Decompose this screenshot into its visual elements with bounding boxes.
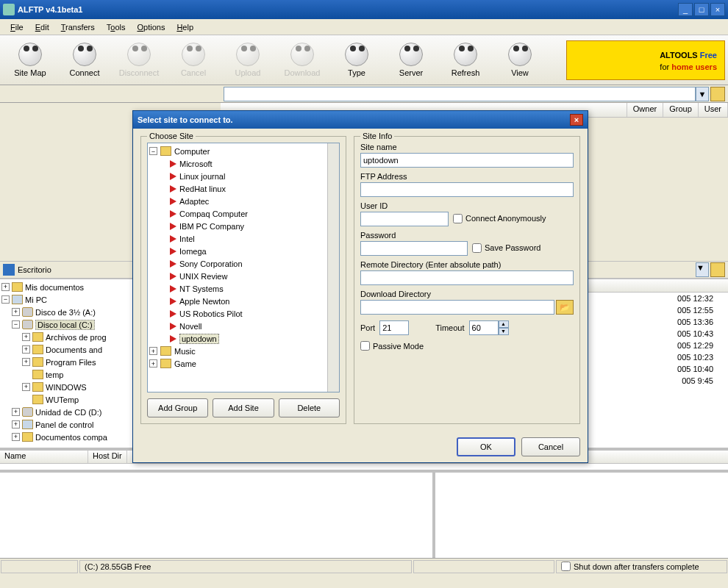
selected-drive: Disco local (C:) [35,320,95,330]
ad-banner[interactable]: ALTOOLS Free for home users [566,40,725,80]
delete-button[interactable]: Delete [279,398,340,417]
sitename-label: Site name [360,143,574,151]
browse-folder-button[interactable]: 📂 [556,300,574,315]
view-icon [508,43,532,66]
passive-checkbox[interactable] [360,341,370,351]
port-label: Port [360,323,375,332]
userid-input[interactable] [360,212,449,226]
savepw-checkbox[interactable] [472,243,482,253]
col-user[interactable]: User [699,103,728,117]
sitemap-icon [18,43,42,66]
remote-address-input[interactable] [224,87,696,101]
local-tree[interactable]: +Mis documentos −Mi PC +Disco de 3½ (A:)… [0,279,140,448]
anonymous-checkbox[interactable] [453,214,463,223]
dialog-titlebar: Select site to connect to. × [133,111,588,129]
menubar: File Edit Transfers Tools Options Help [0,19,728,35]
menu-file[interactable]: File [4,21,29,33]
site-item[interactable]: Novell [149,320,338,332]
view-button[interactable]: View [493,39,546,82]
site-item[interactable]: UNIX Review [149,270,338,282]
site-item[interactable]: Apple Newton [149,295,338,307]
dialog-cancel-button[interactable]: Cancel [521,437,580,456]
close-button[interactable]: × [710,3,725,16]
log-pane [0,470,728,558]
sitemap-button[interactable]: Site Map [4,39,57,82]
spin-up[interactable]: ▲ [499,320,509,328]
window-title: ALFTP v4.1beta1 [18,5,677,14]
disconnect-icon [127,43,151,66]
folder-up-icon[interactable] [710,87,725,101]
type-icon [345,43,368,66]
shutdown-label: Shut down after transfers complete [574,562,699,571]
connect-dialog: Select site to connect to. × Choose Site… [132,110,588,463]
dialog-title: Select site to connect to. [138,115,233,124]
splitter[interactable] [432,473,435,558]
disconnect-button: Disconnect [113,39,165,82]
site-item[interactable]: Intel [149,232,338,245]
site-item[interactable]: Linux journal [149,170,338,182]
statusbar: (C:) 28.55GB Free Shut down after transf… [0,558,728,574]
status-disk: (C:) 28.55GB Free [79,560,412,573]
timeout-input[interactable] [469,320,499,335]
port-input[interactable] [379,320,409,335]
ok-button[interactable]: OK [457,437,515,456]
download-button: Download [276,39,329,82]
scrollbar[interactable] [327,143,339,392]
site-item[interactable]: uptodown [149,332,338,345]
menu-transfers[interactable]: Transfers [55,21,101,33]
remote-directory-input[interactable] [360,270,574,285]
refresh-button[interactable]: Refresh [439,39,492,82]
local-folder-up-icon[interactable] [710,262,725,277]
shutdown-checkbox[interactable] [561,562,571,571]
site-item[interactable]: Adaptec [149,195,338,207]
site-item[interactable]: US Robotics Pilot [149,307,338,320]
site-info-group: Site Info Site name FTP Address User ID … [354,136,580,424]
local-address-dropdown[interactable]: ▼ [696,262,709,277]
desktop-icon [3,264,15,276]
xfer-col-hostdir[interactable]: Host Dir [88,451,127,463]
site-item[interactable]: NT Systems [149,282,338,295]
cancel-icon [182,43,205,66]
site-item[interactable]: Iomega [149,245,338,257]
menu-help[interactable]: Help [171,21,199,33]
local-root-label: Escritorio [18,265,51,274]
password-label: Password [360,231,574,240]
dialog-close-button[interactable]: × [570,114,583,126]
remote-address-row: ▼ [0,85,728,103]
connect-button[interactable]: Connect [58,39,111,82]
site-item[interactable]: Microsoft [149,157,338,170]
window-titlebar: ALFTP v4.1beta1 _ □ × [0,0,728,19]
site-item[interactable]: Compaq Computer [149,207,338,220]
sitename-input[interactable] [360,153,574,168]
add-group-button[interactable]: Add Group [147,398,208,417]
xfer-col-name[interactable]: Name [0,451,88,463]
connect-icon [73,43,96,66]
site-item[interactable]: Sony Corporation [149,257,338,270]
remotedir-label: Remote Directory (Enter absolute path) [360,260,574,269]
userid-label: User ID [360,201,574,210]
cancel-button: Cancel [167,39,220,82]
type-button[interactable]: Type [330,39,383,82]
spin-down[interactable]: ▼ [499,328,509,335]
ftp-address-input[interactable] [360,182,574,197]
add-site-button[interactable]: Add Site [213,398,274,417]
download-directory-input[interactable] [360,300,554,315]
col-group[interactable]: Group [663,103,699,117]
maximize-button[interactable]: □ [694,3,709,16]
password-input[interactable] [360,241,468,256]
menu-options[interactable]: Options [131,21,171,33]
address-dropdown[interactable]: ▼ [696,87,709,101]
menu-edit[interactable]: Edit [29,21,55,33]
timeout-label: Timeout [435,323,464,332]
download-icon [290,43,314,66]
site-item[interactable]: RedHat linux [149,182,338,195]
menu-tools[interactable]: Tools [101,21,132,33]
site-tree[interactable]: −Computer MicrosoftLinux journalRedHat l… [147,143,340,392]
upload-button: Upload [221,39,274,82]
site-item[interactable]: IBM PC Company [149,220,338,232]
app-icon [3,4,15,15]
minimize-button[interactable]: _ [678,3,693,16]
server-button[interactable]: Server [385,39,438,82]
col-owner[interactable]: Owner [627,103,663,117]
refresh-icon [454,43,477,66]
